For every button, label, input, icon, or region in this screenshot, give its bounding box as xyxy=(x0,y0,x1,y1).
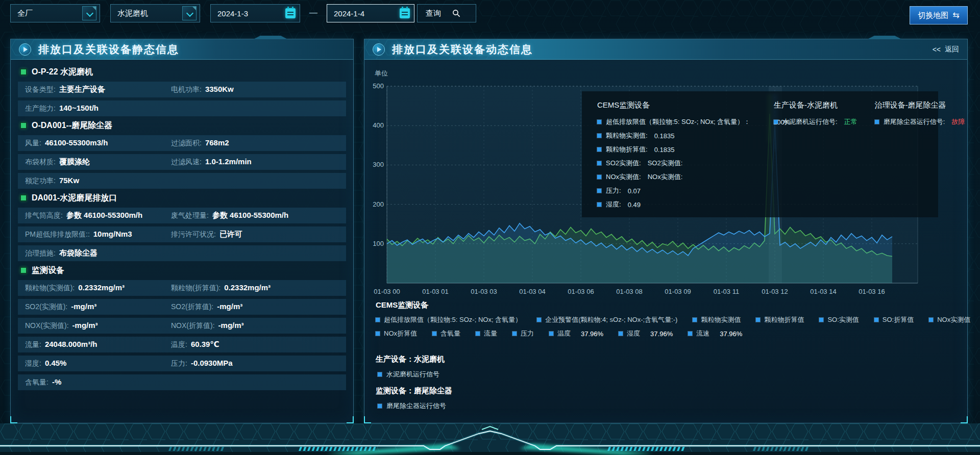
info-cell: 温度:60.39℃ xyxy=(171,340,219,349)
switch-map-button[interactable]: 切换地图 ⇆ xyxy=(910,6,968,24)
panel-notch xyxy=(863,36,906,39)
legend-item[interactable]: 湿度37.96% xyxy=(619,329,673,338)
date-from-value: 2024-1-3 xyxy=(217,9,285,18)
info-cell: 额定功率:75Kw xyxy=(25,176,79,186)
legend-item[interactable]: 颗粒物实测值 xyxy=(693,315,741,324)
chart-tooltip: CEMS监测设备 超低排放限值（颗拉物:5: SOz-; NOx; 含氧量）：1… xyxy=(582,91,938,217)
info-cell: 颗粒物(实测值):0.2332mg/m³ xyxy=(25,283,125,293)
dashboard-root: 全厂 水泥磨机 2024-1-3 — 2024-1-4 查询 切换地图 ⇆ xyxy=(0,0,980,455)
date-to-input[interactable]: 2024-1-4 xyxy=(327,4,414,22)
info-row: 生产能力:140~150t/h xyxy=(18,100,346,116)
signal-item[interactable]: 水泥磨机运行信号 xyxy=(378,370,439,379)
info-cell: SO2(折算值):-mg/m³ xyxy=(171,302,242,312)
tooltip-cems-column: CEMS监测设备 超低排放限值（颗拉物:5: SOz-; NOx; 含氧量）：1… xyxy=(597,100,756,212)
blue-square-icon xyxy=(378,372,382,376)
info-cell: SO2(实测值):-mg/m³ xyxy=(25,302,96,312)
blue-square-icon xyxy=(597,175,601,179)
calendar-icon[interactable] xyxy=(400,8,410,18)
section-heading: O-P-22 水泥磨机 xyxy=(21,66,346,78)
tooltip-item: SO2实测值:SO2实测值: xyxy=(597,159,756,168)
chevron-down-icon[interactable] xyxy=(82,6,96,20)
back-chevrons-icon: << xyxy=(933,45,941,54)
legend-item[interactable]: SO:折算值 xyxy=(874,315,914,324)
play-icon xyxy=(373,43,385,56)
back-link[interactable]: << 返回 xyxy=(933,39,959,60)
legend-row: 超低排放限值（颗拉物:5: SOz-; NOx; 含氧量）企业预警值(颗粒物:4… xyxy=(376,315,959,324)
info-cell: 含氧量:-% xyxy=(25,377,61,387)
legend-item[interactable]: 超低排放限值（颗拉物:5: SOz-; NOx; 含氧量） xyxy=(376,315,522,324)
x-tick-label: 01-03 14 xyxy=(810,288,836,295)
info-cell: 治理措施:布袋除尘器 xyxy=(25,248,97,258)
legend-item[interactable]: 含氧量 xyxy=(432,329,460,338)
info-row: 风量:46100-55300m3/h过滤面积:768m2 xyxy=(18,135,346,151)
legend-item[interactable]: 压力 xyxy=(512,329,534,338)
info-cell: 过滤风速:1.0-1.2m/min xyxy=(171,157,252,167)
tooltip-item: 颗粒物折算值:0.1835 xyxy=(597,145,756,154)
legend-item[interactable]: SO:实测值 xyxy=(819,315,859,324)
info-cell: 压力:-0.0930MPa xyxy=(171,359,233,368)
y-axis-unit-label: 单位 xyxy=(375,69,388,78)
section-heading: DA001-水泥磨尾排放口 xyxy=(21,192,346,204)
info-cell: 颗粒物(折算值):0.2332mg/m³ xyxy=(171,283,271,293)
legend-item[interactable]: 企业预警值(颗粒物:4; sOz-; NOx-;含氧气量:-) xyxy=(537,315,677,324)
info-row: 颗粒物(实测值):0.2332mg/m³颗粒物(折算值):0.2332mg/m³ xyxy=(18,280,346,296)
x-tick-label: 01-03 03 xyxy=(471,288,497,295)
x-tick-label: 01-03 11 xyxy=(714,288,739,295)
static-info-header: 排放口及关联设备静态信息 xyxy=(11,39,353,60)
static-info-body: O-P-22 水泥磨机设备类型:主要生产设备电机功率:3350Kw生产能力:14… xyxy=(18,64,346,418)
blue-square-icon xyxy=(597,189,601,193)
legend-marker-icon xyxy=(756,318,760,322)
search-icon xyxy=(452,9,460,17)
legend-item[interactable]: 流量 xyxy=(476,329,497,338)
green-square-icon xyxy=(21,123,26,128)
chevron-down-icon[interactable] xyxy=(182,6,197,20)
legend-item[interactable]: 温度37.96% xyxy=(549,329,603,338)
tooltip-item: 颗粒物实测值:0.1835 xyxy=(597,131,756,140)
tooltip-item: 湿度:0.49 xyxy=(597,200,756,209)
info-cell: NOX(实测值):-mg/m³ xyxy=(25,321,98,331)
info-cell: 设备类型:主要生产设备 xyxy=(25,85,105,94)
y-tick-label: 300 xyxy=(366,161,384,168)
device-select[interactable]: 水泥磨机 xyxy=(110,4,200,22)
legend-marker-icon xyxy=(376,318,380,322)
info-cell: 电机功率:3350Kw xyxy=(171,85,234,94)
info-row: 湿度:0.45%压力:-0.0930MPa xyxy=(18,356,346,371)
tooltip-treatment-title: 治理设备-磨尾除尘器 xyxy=(875,100,965,110)
info-cell: 流量:24048.000m³/h xyxy=(25,340,97,349)
legend-marker-icon xyxy=(432,332,436,336)
date-from-input[interactable]: 2024-1-3 xyxy=(210,4,300,22)
x-tick-label: 01-03 12 xyxy=(762,288,788,295)
info-cell: 生产能力:140~150t/h xyxy=(25,104,99,113)
green-square-icon xyxy=(21,69,26,74)
legend-item[interactable]: NOx折算值 xyxy=(376,329,417,338)
blue-square-icon xyxy=(597,120,601,124)
calendar-icon[interactable] xyxy=(285,8,296,18)
static-info-panel: 排放口及关联设备静态信息 O-P-22 水泥磨机设备类型:主要生产设备电机功率:… xyxy=(10,39,354,423)
plant-select[interactable]: 全厂 xyxy=(10,4,100,22)
legend-marker-icon xyxy=(476,332,480,336)
line-chart-canvas[interactable] xyxy=(364,39,968,305)
query-button[interactable]: 查询 xyxy=(417,4,476,22)
date-to-value: 2024-1-4 xyxy=(334,9,400,18)
legend-row: NOx折算值含氧量流量压力温度37.96%湿度37.96%流速37.96% xyxy=(376,329,959,338)
tooltip-production-title: 生产设备-水泥磨机 xyxy=(774,100,857,110)
info-cell: 过滤面积:768m2 xyxy=(171,138,229,148)
y-tick-label: 500 xyxy=(366,82,384,90)
x-tick-label: 01-03 16 xyxy=(859,288,885,295)
info-cell: 废气处理量:参数 46100-55300m/h xyxy=(171,211,288,220)
legend-item[interactable]: 颗粒物折算值 xyxy=(756,315,804,324)
corner-accent xyxy=(364,416,371,423)
info-row: 流量:24048.000m³/h温度:60.39℃ xyxy=(18,337,346,352)
signal-item[interactable]: 磨尾除尘器运行信号 xyxy=(378,401,446,411)
trend-chart[interactable]: 单位 100200300400500 01-03 0001-03 0101-03… xyxy=(364,39,967,423)
info-cell: 布袋材质:覆膜涤纶 xyxy=(25,157,90,167)
legend-item[interactable]: 流速37.96% xyxy=(688,329,742,338)
blue-square-icon xyxy=(597,203,601,207)
legend-heading: CEMS监测设备 xyxy=(376,300,428,310)
y-tick-label: 200 xyxy=(366,200,384,208)
blue-square-icon xyxy=(597,134,601,138)
x-tick-label: 01-03 08 xyxy=(616,288,642,295)
dynamic-info-header: 排放口及关联设备动态信息 << 返回 xyxy=(364,39,967,60)
green-square-icon xyxy=(21,195,26,200)
legend-item[interactable]: NOx实测值 xyxy=(929,315,970,324)
